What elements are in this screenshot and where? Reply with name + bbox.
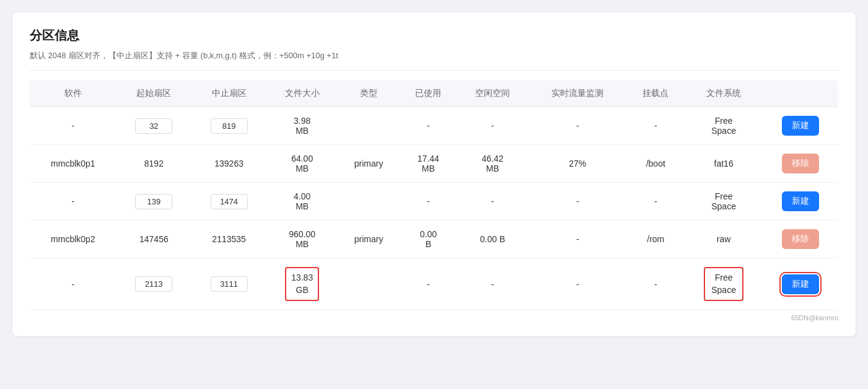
cell-free-space: 46.42 MB: [457, 145, 528, 183]
cell-used: -: [400, 258, 457, 310]
cell-filesystem: raw: [685, 221, 763, 258]
new-button[interactable]: 新建: [782, 116, 819, 136]
cell-monitor: -: [528, 221, 627, 258]
filesystem-value: Free Space: [704, 267, 743, 301]
table-row: mmcblk0p1819213926364.00 MBprimary17.44 …: [30, 145, 838, 183]
cell-file-size: 4.00 MB: [266, 183, 338, 221]
col-type: 类型: [338, 81, 400, 107]
start-sector-input[interactable]: 32: [135, 118, 172, 134]
cell-type: primary: [338, 145, 400, 183]
cell-type: [338, 258, 400, 310]
watermark: 65DN@kanmro: [30, 314, 838, 321]
cell-monitor: -: [528, 183, 627, 221]
cell-mount: -: [627, 258, 685, 310]
cell-mount: -: [627, 107, 685, 145]
cell-start-sector[interactable]: 2113: [116, 258, 191, 310]
cell-action: 移除: [763, 145, 838, 183]
cell-action: 新建: [763, 258, 838, 310]
cell-filesystem: Free Space: [685, 258, 763, 310]
cell-file-size: 64.00 MB: [266, 145, 338, 183]
cell-end-sector: 139263: [191, 145, 266, 183]
end-sector-input[interactable]: 819: [211, 118, 248, 134]
partition-info-card: 分区信息 默认 2048 扇区对齐，【中止扇区】支持 + 容量 (b,k,m,g…: [12, 12, 856, 336]
col-free: 空闲空间: [457, 81, 528, 107]
cell-start-sector: 8192: [116, 145, 191, 183]
col-software: 软件: [30, 81, 116, 107]
cell-free-space: -: [457, 107, 528, 145]
cell-action: 新建: [763, 107, 838, 145]
cell-used: 0.00 B: [400, 221, 457, 258]
cell-file-size: 3.98 MB: [266, 107, 338, 145]
cell-type: [338, 183, 400, 221]
cell-free-space: -: [457, 258, 528, 310]
cell-monitor: -: [528, 258, 627, 310]
table-row: -328193.98 MB----Free Space新建: [30, 107, 838, 145]
new-button[interactable]: 新建: [782, 274, 819, 294]
remove-button[interactable]: 移除: [782, 154, 819, 173]
cell-monitor: -: [528, 107, 627, 145]
cell-software: mmcblk0p1: [30, 145, 116, 183]
start-sector-input[interactable]: 139: [135, 194, 172, 209]
col-size: 文件大小: [266, 81, 338, 107]
cell-software: mmcblk0p2: [30, 221, 116, 258]
table-row: mmcblk0p21474562113535960.00 MBprimary0.…: [30, 221, 838, 258]
cell-file-size: 13.83 GB: [266, 258, 338, 310]
cell-end-sector[interactable]: 3111: [191, 258, 266, 310]
partition-table: 软件 起始扇区 中止扇区 文件大小 类型 已使用 空闲空间 实时流量监测 挂载点…: [30, 81, 838, 310]
table-row: -2113311113.83 GB----Free Space新建: [30, 258, 838, 310]
start-sector-input[interactable]: 2113: [135, 276, 172, 292]
cell-start-sector[interactable]: 139: [116, 183, 191, 221]
cell-software: -: [30, 183, 116, 221]
col-end: 中止扇区: [191, 81, 266, 107]
remove-button[interactable]: 移除: [782, 229, 819, 249]
cell-used: 17.44 MB: [400, 145, 457, 183]
cell-software: -: [30, 107, 116, 145]
col-used: 已使用: [400, 81, 457, 107]
new-button[interactable]: 新建: [782, 191, 819, 211]
cell-action: 移除: [763, 221, 838, 258]
cell-free-space: -: [457, 183, 528, 221]
cell-start-sector: 147456: [116, 221, 191, 258]
col-monitor: 实时流量监测: [528, 81, 627, 107]
page-title: 分区信息: [30, 27, 838, 44]
cell-start-sector[interactable]: 32: [116, 107, 191, 145]
cell-file-size: 960.00 MB: [266, 221, 338, 258]
end-sector-input[interactable]: 1474: [211, 194, 248, 209]
col-start: 起始扇区: [116, 81, 191, 107]
cell-monitor: 27%: [528, 145, 627, 183]
cell-end-sector: 2113535: [191, 221, 266, 258]
cell-mount: /rom: [627, 221, 685, 258]
cell-used: -: [400, 107, 457, 145]
cell-action: 新建: [763, 183, 838, 221]
cell-mount: /boot: [627, 145, 685, 183]
hint-content: 默认 2048 扇区对齐，【中止扇区】支持 + 容量 (b,k,m,g,t) 格…: [30, 51, 338, 60]
col-action: [763, 81, 838, 107]
cell-filesystem: Free Space: [685, 107, 763, 145]
cell-filesystem: fat16: [685, 145, 763, 183]
cell-used: -: [400, 183, 457, 221]
cell-end-sector[interactable]: 1474: [191, 183, 266, 221]
col-fs: 文件系统: [685, 81, 763, 107]
cell-software: -: [30, 258, 116, 310]
cell-end-sector[interactable]: 819: [191, 107, 266, 145]
col-mount: 挂载点: [627, 81, 685, 107]
table-header-row: 软件 起始扇区 中止扇区 文件大小 类型 已使用 空闲空间 实时流量监测 挂载点…: [30, 81, 838, 107]
cell-mount: -: [627, 183, 685, 221]
hint-text: 默认 2048 扇区对齐，【中止扇区】支持 + 容量 (b,k,m,g,t) 格…: [30, 50, 838, 71]
file-size-value: 13.83 GB: [285, 267, 319, 301]
cell-type: primary: [338, 221, 400, 258]
cell-type: [338, 107, 400, 145]
cell-free-space: 0.00 B: [457, 221, 528, 258]
cell-filesystem: Free Space: [685, 183, 763, 221]
table-row: -13914744.00 MB----Free Space新建: [30, 183, 838, 221]
end-sector-input[interactable]: 3111: [211, 276, 248, 292]
